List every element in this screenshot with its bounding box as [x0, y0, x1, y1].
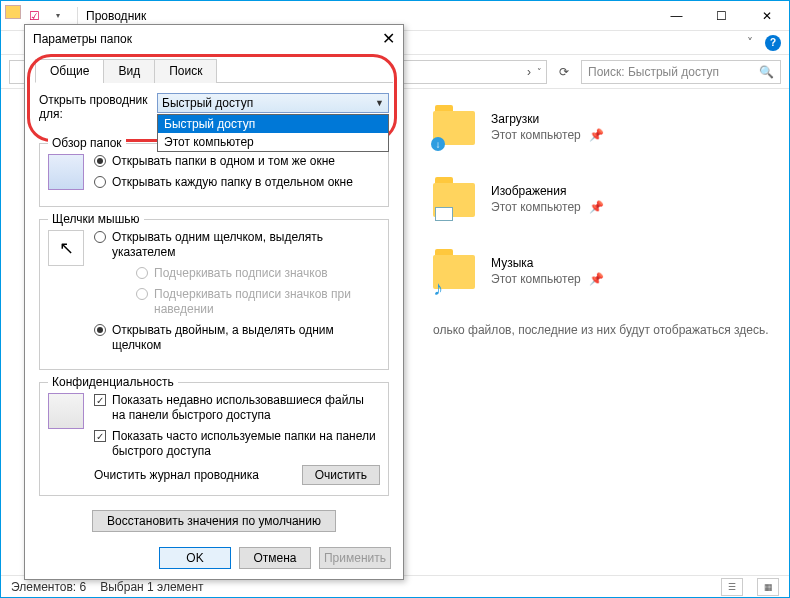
check-recent-files[interactable]: [94, 394, 106, 406]
close-button[interactable]: ✕: [744, 1, 789, 31]
browse-icon: [48, 154, 84, 190]
radio-same-window[interactable]: [94, 155, 106, 167]
clear-history-label: Очистить журнал проводника: [94, 468, 259, 482]
check-freq-folders[interactable]: [94, 430, 106, 442]
view-icons-button[interactable]: ▦: [757, 578, 779, 596]
refresh-button[interactable]: ⟳: [553, 65, 575, 79]
minimize-button[interactable]: —: [654, 1, 699, 31]
radio-label: Открывать одним щелчком, выделять указат…: [112, 230, 380, 260]
folder-location: Этот компьютер: [491, 128, 581, 142]
search-box[interactable]: Поиск: Быстрый доступ 🔍: [581, 60, 781, 84]
folder-location: Этот компьютер: [491, 272, 581, 286]
search-placeholder: Поиск: Быстрый доступ: [588, 65, 719, 79]
check-label: Показать недавно использовавшиеся файлы …: [112, 393, 380, 423]
path-separator-icon: ›: [527, 65, 531, 79]
cancel-button[interactable]: Отмена: [239, 547, 311, 569]
combo-option[interactable]: Этот компьютер: [158, 133, 388, 151]
radio-underline-hover: [136, 288, 148, 300]
pin-icon: 📌: [589, 128, 604, 142]
item-count: Элементов: 6: [11, 580, 86, 594]
radio-label: Открывать двойным, а выделять одним щелч…: [112, 323, 380, 353]
folder-name: Загрузки: [491, 112, 604, 126]
folder-item[interactable]: ♪ Музыка Этот компьютер📌: [433, 249, 777, 293]
tab-search[interactable]: Поиск: [154, 59, 217, 83]
dialog-close-button[interactable]: ✕: [382, 29, 395, 48]
pin-icon: 📌: [589, 272, 604, 286]
folder-item[interactable]: Изображения Этот компьютер📌: [433, 177, 777, 221]
radio-underline-icon: [136, 267, 148, 279]
ok-button[interactable]: OK: [159, 547, 231, 569]
radio-label: Открывать папки в одном и том же окне: [112, 154, 335, 169]
clear-button[interactable]: Очистить: [302, 465, 380, 485]
radio-label: Подчеркивать подписи значков: [154, 266, 328, 281]
folder-icon: [433, 177, 477, 221]
folder-options-dialog: Параметры папок ✕ Общие Вид Поиск Открыт…: [24, 24, 404, 580]
radio-label: Подчеркивать подписи значков при наведен…: [154, 287, 380, 317]
folder-location: Этот компьютер: [491, 200, 581, 214]
explorer-icon: [5, 5, 21, 19]
tab-view[interactable]: Вид: [103, 59, 155, 83]
click-icon: ↖: [48, 230, 84, 266]
open-explorer-label: Открыть проводник для:: [39, 93, 151, 121]
chevron-down-icon: ▼: [375, 98, 384, 108]
combo-value: Быстрый доступ: [162, 96, 253, 110]
privacy-icon: [48, 393, 84, 429]
dialog-title: Параметры папок: [33, 32, 382, 46]
restore-defaults-button[interactable]: Восстановить значения по умолчанию: [92, 510, 336, 532]
pin-icon: 📌: [589, 200, 604, 214]
open-explorer-combo[interactable]: Быстрый доступ ▼ Быстрый доступ Этот ком…: [157, 93, 389, 113]
radio-double-click[interactable]: [94, 324, 106, 336]
check-label: Показать часто используемые папки на пан…: [112, 429, 380, 459]
apply-button[interactable]: Применить: [319, 547, 391, 569]
selection-count: Выбран 1 элемент: [100, 580, 203, 594]
view-details-button[interactable]: ☰: [721, 578, 743, 596]
ribbon-chevron-icon[interactable]: ˅: [747, 36, 753, 50]
combo-dropdown: Быстрый доступ Этот компьютер: [157, 114, 389, 152]
search-icon: 🔍: [759, 65, 774, 79]
file-pane: ↓ Загрузки Этот компьютер📌 Изображения Э…: [421, 89, 789, 575]
empty-message: олько файлов, последние из них будут ото…: [433, 323, 777, 337]
tabs: Общие Вид Поиск: [35, 58, 393, 83]
maximize-button[interactable]: ☐: [699, 1, 744, 31]
folder-name: Изображения: [491, 184, 604, 198]
folder-name: Музыка: [491, 256, 604, 270]
combo-option[interactable]: Быстрый доступ: [158, 115, 388, 133]
clicks-legend: Щелчки мышью: [48, 212, 144, 226]
tab-general[interactable]: Общие: [35, 59, 104, 83]
radio-single-click[interactable]: [94, 231, 106, 243]
folder-icon: ♪: [433, 249, 477, 293]
window-title: Проводник: [82, 9, 654, 23]
folder-item[interactable]: ↓ Загрузки Этот компьютер📌: [433, 105, 777, 149]
radio-new-window[interactable]: [94, 176, 106, 188]
folder-icon: ↓: [433, 105, 477, 149]
help-icon[interactable]: ?: [765, 35, 781, 51]
privacy-legend: Конфиденциальность: [48, 375, 178, 389]
browse-legend: Обзор папок: [48, 136, 126, 150]
radio-label: Открывать каждую папку в отдельном окне: [112, 175, 353, 190]
